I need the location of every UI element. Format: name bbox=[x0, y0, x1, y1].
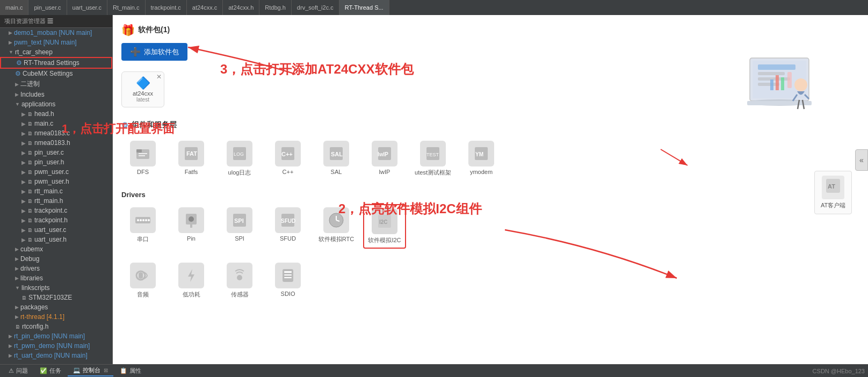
driver-lowpower[interactable]: 低功耗 bbox=[170, 259, 213, 302]
sidebar-item-linkscripts[interactable]: ▼ linkscripts bbox=[0, 283, 112, 293]
i2c-icon: I2C bbox=[372, 208, 397, 234]
sidebar-item-applications[interactable]: ▼ applications bbox=[0, 99, 112, 109]
driver-uart[interactable]: 串口 bbox=[121, 204, 164, 249]
package-chip-icon: 🔷 bbox=[136, 76, 150, 90]
add-package-button[interactable]: ➕ 添加软件包 bbox=[121, 43, 187, 61]
sidebar-item-rtt-main-h[interactable]: ▶ 🗎 rtt_main.h bbox=[0, 196, 112, 206]
sidebar-item-rtt-main-c[interactable]: ▶ 🗎 rtt_main.c bbox=[0, 186, 112, 196]
sidebar-item-drivers[interactable]: ▶ drivers bbox=[0, 264, 112, 273]
driver-rtc[interactable]: 软件模拟RTC bbox=[315, 204, 358, 249]
bottom-tab-console[interactable]: 💻 控制台 ⊠ bbox=[68, 365, 113, 376]
sidebar-item-cubemx[interactable]: ▶ cubemx bbox=[0, 244, 112, 254]
sidebar-item-trackpoint-h[interactable]: ▶ 🗎 trackpoint.h bbox=[0, 215, 112, 225]
tab-pin-user-c[interactable]: pin_user.c bbox=[28, 0, 67, 15]
pin-icon bbox=[178, 207, 204, 233]
drivers-title: Drivers bbox=[121, 191, 859, 199]
driver-sensor[interactable]: 传感器 bbox=[218, 259, 261, 302]
sidebar-item-pin-user-h[interactable]: ▶ 🗎 pin_user.h bbox=[0, 157, 112, 167]
comp-sal[interactable]: SAL SAL bbox=[315, 137, 358, 180]
sidebar-item-nmea0183-h[interactable]: ▶ 🗎 nmea0183.h bbox=[0, 138, 112, 148]
sidebar-item-cubemx-settings[interactable]: ⚙ CubeMX Settings bbox=[0, 69, 112, 78]
svg-point-42 bbox=[189, 216, 194, 222]
driver-pin[interactable]: Pin bbox=[170, 204, 213, 249]
tab-rtdbg-h[interactable]: Rtdbg.h bbox=[259, 0, 292, 15]
components-section: ⚙ 组件和服务层 DFS bbox=[121, 120, 859, 302]
svg-rect-14 bbox=[770, 79, 773, 90]
tab-at24cxx-h[interactable]: at24cxx.h bbox=[223, 0, 259, 15]
settings-body: 🎁 软件包(1) ➕ 添加软件包 ✕ 🔷 at24cxx latest bbox=[113, 15, 868, 364]
at24cxx-package-card[interactable]: ✕ 🔷 at24cxx latest bbox=[121, 71, 164, 107]
audio-icon bbox=[130, 263, 156, 288]
console-icon: 💻 bbox=[73, 367, 81, 374]
tab-rt-main-c[interactable]: Rt_main.c bbox=[107, 0, 146, 15]
comp-dfs[interactable]: DFS bbox=[121, 137, 164, 180]
sidebar-item-includes[interactable]: ▶ Includes bbox=[0, 90, 112, 99]
tab-rtthread-settings[interactable]: RT-Thread S... bbox=[339, 0, 389, 15]
driver-sfud[interactable]: SFUD SFUD bbox=[266, 204, 309, 249]
sidebar-item-pwm-user-h[interactable]: ▶ 🗎 pwm_user.h bbox=[0, 177, 112, 186]
sidebar-item-rtthread[interactable]: ▶ rt-thread [4.1.1] bbox=[0, 312, 112, 322]
driver-i2c[interactable]: I2C 软件模拟I2C bbox=[363, 204, 406, 249]
bottom-tab-tasks[interactable]: ✅ 任务 bbox=[34, 366, 67, 376]
properties-icon: 📋 bbox=[120, 367, 127, 374]
components-icon: ⚙ bbox=[121, 121, 128, 129]
lowpower-icon bbox=[178, 263, 204, 288]
sidebar-item-binary[interactable]: ▶ 二进制 bbox=[0, 78, 112, 90]
sidebar-item-rtthread-settings[interactable]: ⚙ RT-Thread Settings bbox=[0, 57, 112, 69]
svg-point-36 bbox=[137, 219, 139, 221]
uart-icon bbox=[130, 207, 156, 233]
driver-audio[interactable]: 音频 bbox=[121, 259, 164, 302]
tab-trackpoint-c[interactable]: trackpoint.c bbox=[146, 0, 187, 15]
comp-ulog[interactable]: LOG ulog日志 bbox=[218, 137, 261, 180]
sidebar-item-head-h[interactable]: ▶ 🗎 head.h bbox=[0, 109, 112, 119]
bottom-bar: ⚠ 问题 ✅ 任务 💻 控制台 ⊠ 📋 属性 CSDN @HEbo_123 bbox=[0, 364, 868, 377]
sidebar-item-libraries[interactable]: ▶ libraries bbox=[0, 273, 112, 283]
comp-cpp[interactable]: C++ C++ bbox=[266, 137, 309, 180]
sidebar-item-main-c[interactable]: ▶ 🗎 main.c bbox=[0, 119, 112, 128]
tab-drv-soft-i2c[interactable]: drv_soft_i2c.c bbox=[292, 0, 339, 15]
sidebar-item-uart-user-h[interactable]: ▶ 🗎 uart_user.h bbox=[0, 235, 112, 244]
comp-lwip[interactable]: lwIP lwIP bbox=[363, 137, 406, 180]
lwip-icon: lwIP bbox=[372, 141, 397, 166]
tab-at24cxx-c[interactable]: at24cxx.c bbox=[187, 0, 223, 15]
drivers-grid-2: 音频 低功耗 bbox=[121, 259, 859, 302]
comp-fatfs[interactable]: FAT Fatfs bbox=[170, 137, 213, 180]
sidebar-item-trackpoint-c[interactable]: ▶ 🗎 trackpoint.c bbox=[0, 206, 112, 215]
svg-text:SAL: SAL bbox=[331, 151, 343, 157]
add-icon: ➕ bbox=[130, 47, 141, 57]
tab-main-c[interactable]: main.c bbox=[0, 0, 28, 15]
svg-text:SFUD: SFUD bbox=[281, 218, 295, 224]
comp-utest[interactable]: TEST utest测试框架 bbox=[411, 137, 454, 180]
driver-sdio[interactable]: SDIO bbox=[266, 259, 309, 302]
ymodem-icon: YM bbox=[468, 141, 494, 166]
svg-text:YM: YM bbox=[475, 151, 483, 157]
comp-ymodem[interactable]: YM ymodem bbox=[460, 137, 503, 180]
sidebar-item-rt-pwm-demo[interactable]: ▶ rt_pwm_demo [NUN main] bbox=[0, 341, 112, 351]
sidebar-item-rt-pin-demo[interactable]: ▶ rt_pin_demo [NUN main] bbox=[0, 331, 112, 341]
sidebar-item-rt-uart-demo[interactable]: ▶ rt_uart_demo [NUN main] bbox=[0, 351, 112, 360]
package-icon: 🎁 bbox=[121, 24, 135, 37]
sidebar-item-nmea0183-c[interactable]: ▶ 🗎 nmea0183.c bbox=[0, 128, 112, 138]
sidebar-item-pin-user-c[interactable]: ▶ 🗎 pin_user.c bbox=[0, 148, 112, 157]
collapse-button[interactable]: « bbox=[855, 149, 868, 171]
package-close-icon[interactable]: ✕ bbox=[156, 73, 162, 81]
tab-uart-user-c[interactable]: uart_user.c bbox=[67, 0, 107, 15]
svg-rect-4 bbox=[758, 77, 790, 81]
bottom-tab-problems[interactable]: ⚠ 问题 bbox=[3, 366, 33, 376]
sidebar-item-rtconfig-h[interactable]: 🗎 rtconfig.h bbox=[0, 322, 112, 331]
sidebar-item-demo1[interactable]: ▶ demo1_moban [NUN main] bbox=[0, 28, 112, 38]
spi-icon: SPI bbox=[227, 207, 252, 233]
sidebar-item-rt-car-sheep[interactable]: ▼ rt_car_sheep bbox=[0, 47, 112, 57]
svg-text:lwIP: lwIP bbox=[378, 151, 388, 157]
svg-rect-8 bbox=[747, 101, 812, 105]
sidebar-item-uart-user-c[interactable]: ▶ 🗎 uart_user.c bbox=[0, 225, 112, 235]
sidebar-item-pwm-user-c[interactable]: ▶ 🗎 pwm_user.c bbox=[0, 167, 112, 177]
sidebar-item-packages[interactable]: ▶ packages bbox=[0, 302, 112, 312]
bottom-tab-properties[interactable]: 📋 属性 bbox=[114, 366, 147, 376]
sidebar-item-debug[interactable]: ▶ Debug bbox=[0, 254, 112, 264]
svg-point-38 bbox=[142, 219, 144, 221]
at-client-box[interactable]: AT AT客户端 bbox=[814, 171, 852, 214]
sidebar-item-stm32[interactable]: 🗎 STM32F103ZE bbox=[0, 293, 112, 302]
sidebar-item-pwm-text[interactable]: ▶ pwm_text [NUN main] bbox=[0, 38, 112, 47]
driver-spi[interactable]: SPI SPI bbox=[218, 204, 261, 249]
